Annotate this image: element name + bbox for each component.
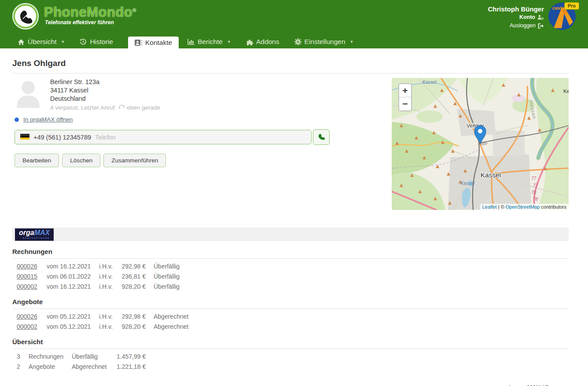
phone-handset-icon bbox=[317, 132, 326, 142]
map-road-number: 78 bbox=[533, 197, 538, 202]
zoom-in-button[interactable]: + bbox=[399, 84, 411, 97]
osm-link[interactable]: OpenStreetMap bbox=[506, 204, 540, 210]
attribution-contributors: contributors bbox=[540, 204, 566, 210]
map-zoom-control: + − bbox=[398, 83, 412, 111]
edit-button[interactable]: Bearbeiten bbox=[15, 154, 59, 167]
document-number-link[interactable]: 000002 bbox=[17, 283, 37, 290]
main-content: Jens Ohlgard bbox=[0, 48, 588, 386]
call-return-icon bbox=[118, 103, 125, 112]
phone-input[interactable]: +49 (561) 12345789 Telefon bbox=[15, 130, 312, 144]
contact-street: Berliner Str. 123a bbox=[50, 78, 160, 86]
phonemondo-phone-icon bbox=[13, 4, 38, 29]
summary-amount: 1.457,99 € bbox=[117, 353, 569, 360]
phone-placeholder: Telefon bbox=[95, 134, 116, 141]
contact-card-icon bbox=[135, 40, 142, 46]
table-row: 000002 vom 05.12.2021 i.H.v. 928,20 € Ab… bbox=[12, 321, 569, 331]
main-navigation: Übersicht ▼ Historie Kontakte bbox=[0, 35, 588, 48]
map-canvas: Kassel Vellmar Kassel Kassel Ka Hessen 7… bbox=[392, 78, 569, 210]
summary-label: Rechnungen bbox=[29, 353, 72, 360]
map-road-number: 78 bbox=[531, 190, 537, 195]
document-ihv: i.H.v. bbox=[99, 273, 117, 280]
table-row: 000026 vom 05.12.2021 i.H.v. 292,98 € Ab… bbox=[12, 311, 569, 321]
history-icon bbox=[80, 38, 87, 45]
zoom-out-button[interactable]: − bbox=[399, 97, 411, 110]
page-title: Jens Ohlgard bbox=[12, 48, 569, 68]
brand-logo[interactable]: PhoneMondo® Telefonate effektiver führen bbox=[13, 1, 136, 29]
app-header: PhoneMondo® Telefonate effektiver führen… bbox=[0, 0, 588, 35]
orgamax-status-icon bbox=[15, 118, 19, 122]
logout-icon bbox=[538, 23, 544, 29]
delete-button[interactable]: Löschen bbox=[62, 154, 100, 167]
contact-country: Deutschland bbox=[50, 95, 160, 103]
document-number-link[interactable]: 000026 bbox=[17, 313, 37, 320]
document-ihv: i.H.v. bbox=[99, 283, 117, 290]
section-angebote: Angebote 000026 vom 05.12.2021 i.H.v. 29… bbox=[12, 298, 569, 331]
document-date: vom 16.12.2021 bbox=[47, 283, 99, 290]
divider bbox=[12, 258, 569, 259]
summary-label: Angebote bbox=[29, 363, 72, 370]
leaflet-link[interactable]: Leaflet bbox=[482, 204, 497, 210]
contact-city: 34117 Kassel bbox=[50, 86, 160, 95]
document-date: vom 05.12.2021 bbox=[47, 323, 99, 330]
home-icon bbox=[18, 39, 25, 45]
divider bbox=[12, 349, 569, 349]
angebote-table: 000026 vom 05.12.2021 i.H.v. 292,98 € Ab… bbox=[12, 311, 569, 331]
summary-row: 3 Rechnungen Überfällig 1.457,99 € bbox=[12, 351, 569, 361]
divider bbox=[12, 309, 569, 309]
document-status: Überfällig bbox=[154, 283, 569, 290]
phone-number-value: +49 (561) 12345789 bbox=[33, 134, 91, 141]
konto-link[interactable]: Konto bbox=[488, 13, 544, 22]
nav-kontakte[interactable]: Kontakte bbox=[128, 37, 179, 48]
summary-status: Abgerechnet bbox=[72, 363, 117, 370]
orgamax-logo[interactable]: orgaMAX BÜROSOFTWARE bbox=[15, 228, 54, 241]
map-attribution: Leaflet | © OpenStreetMap contributors bbox=[480, 204, 569, 210]
open-in-orgamax-footer-link[interactable]: In orgaMAX öffnen bbox=[509, 384, 558, 386]
brand-name: PhoneMondo® bbox=[44, 1, 136, 21]
nav-berichte[interactable]: Berichte ▼ bbox=[187, 35, 231, 48]
nav-uebersicht[interactable]: Übersicht ▼ bbox=[18, 35, 65, 48]
document-date: vom 06.01.2022 bbox=[47, 273, 99, 280]
nav-historie[interactable]: Historie bbox=[80, 35, 113, 48]
document-amount: 236,81 € bbox=[117, 273, 146, 280]
germany-flag-icon[interactable] bbox=[20, 133, 29, 141]
contact-avatar-placeholder bbox=[16, 78, 40, 108]
table-row: 000015 vom 06.01.2022 i.H.v. 236,81 € Üb… bbox=[12, 271, 569, 281]
document-number-link[interactable]: 000015 bbox=[17, 273, 37, 280]
map[interactable]: Kassel Vellmar Kassel Kassel Ka Hessen 7… bbox=[392, 78, 569, 210]
user-area: Christoph Bünger Konto bbox=[488, 3, 576, 30]
divider bbox=[12, 73, 569, 74]
bar-chart-icon bbox=[187, 39, 195, 45]
logout-link[interactable]: Ausloggen bbox=[488, 22, 544, 30]
document-number-link[interactable]: 000002 bbox=[17, 323, 37, 330]
users-gear-icon bbox=[537, 15, 544, 20]
summary-count: 3 bbox=[17, 353, 29, 360]
caret-down-icon: ▼ bbox=[227, 40, 231, 44]
summary-row: 2 Angebote Abgerechnet 1.221,18 € bbox=[12, 361, 569, 371]
document-status: Abgerechnet bbox=[154, 313, 569, 320]
open-in-orgamax-link[interactable]: In orgaMAX öffnen bbox=[23, 116, 73, 123]
nav-addons[interactable]: Addons bbox=[246, 35, 279, 48]
registered-mark: ® bbox=[132, 7, 136, 13]
nav-einstellungen-label: Einstellungen bbox=[305, 38, 345, 46]
map-label-river-bottom: Kassel bbox=[460, 180, 474, 186]
orgamax-panel-header: orgaMAX BÜROSOFTWARE bbox=[12, 228, 569, 241]
merge-button[interactable]: Zusammenführen bbox=[103, 154, 166, 167]
orgamax-logo-subtitle: BÜROSOFTWARE bbox=[19, 237, 50, 239]
nav-einstellungen[interactable]: Einstellungen ▼ bbox=[294, 35, 354, 48]
document-amount: 292,98 € bbox=[117, 263, 146, 270]
document-number-link[interactable]: 000026 bbox=[17, 263, 37, 270]
nav-historie-label: Historie bbox=[90, 38, 113, 46]
summary-count: 2 bbox=[17, 363, 29, 370]
call-info-text: 4 verpasst, Letzter Anruf: bbox=[50, 103, 116, 112]
uebersicht-table: 3 Rechnungen Überfällig 1.457,99 € 2 Ang… bbox=[12, 351, 569, 371]
konto-label: Konto bbox=[519, 13, 535, 22]
call-info-time: eben gerade bbox=[127, 103, 160, 112]
map-label-river-top: Kassel bbox=[423, 79, 437, 85]
map-label-edge: Ka bbox=[563, 88, 569, 94]
document-date: vom 16.12.2021 bbox=[47, 263, 99, 270]
caret-down-icon: ▼ bbox=[61, 40, 65, 44]
section-title: Übersicht bbox=[12, 338, 569, 346]
call-button[interactable] bbox=[313, 129, 330, 145]
summary-amount: 1.221,18 € bbox=[117, 363, 569, 370]
caret-down-icon: ▼ bbox=[350, 40, 354, 44]
